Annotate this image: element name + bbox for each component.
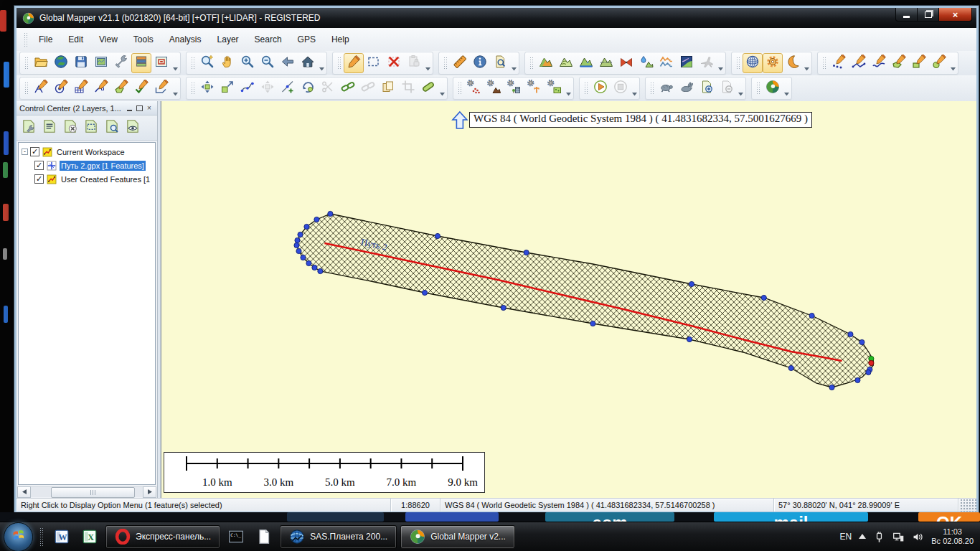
menu-tools[interactable]: Tools [126, 31, 161, 48]
layer-label[interactable]: User Created Features [1 [60, 174, 151, 184]
zoom-box-button[interactable] [197, 53, 217, 73]
menubar-grip[interactable] [24, 32, 27, 47]
faster-button[interactable] [677, 78, 697, 98]
menu-search[interactable]: Search [248, 31, 289, 48]
menu-gps[interactable]: GPS [291, 31, 323, 48]
toolbar-group-grip[interactable] [756, 82, 760, 95]
rotate-feature-button[interactable] [298, 78, 318, 98]
open-file-button[interactable] [31, 53, 51, 73]
move-feature-button[interactable] [197, 78, 217, 98]
menu-view[interactable]: View [92, 31, 125, 48]
create-freehand-button[interactable] [869, 53, 889, 73]
panel-horizontal-scrollbar[interactable] [17, 485, 157, 499]
toolbar-group-grip[interactable] [24, 57, 28, 70]
pan-button[interactable] [217, 53, 237, 73]
toolbar-group-grip[interactable] [337, 57, 341, 70]
layer-checkbox[interactable]: ✓ [34, 174, 44, 184]
paste-features-button[interactable] [404, 53, 424, 73]
background-speed-dial-tile[interactable] [287, 512, 384, 522]
control-center-button[interactable] [131, 53, 151, 73]
network-icon[interactable] [892, 531, 905, 543]
taskbar-grip[interactable] [39, 527, 43, 546]
toolbar-group-grip[interactable] [458, 82, 461, 95]
layer-tree-item[interactable]: ✓User Created Features [1 [20, 172, 155, 186]
create-point-button[interactable] [829, 53, 849, 73]
show-3d-view-button[interactable] [743, 53, 763, 73]
cc-visibility-button[interactable] [124, 119, 141, 136]
attr-pole-button[interactable] [524, 78, 545, 98]
copy-features-button[interactable] [378, 78, 398, 98]
contour-generation-button[interactable] [556, 53, 576, 73]
save-workspace-button[interactable] [71, 53, 91, 73]
overview-map-button[interactable] [151, 53, 171, 73]
toolbar-group-grip[interactable] [529, 57, 533, 70]
start-button[interactable] [4, 522, 33, 551]
attr-image-button[interactable] [545, 78, 565, 98]
attr-terrain-button[interactable] [484, 78, 504, 98]
full-view-button[interactable] [298, 53, 318, 73]
scroll-right-button[interactable] [143, 486, 156, 498]
taskbar-button-excel[interactable]: X [77, 526, 102, 548]
cc-close-layer-button[interactable] [62, 119, 79, 136]
toolbar-group-grip[interactable] [191, 57, 194, 70]
attr-buildings-button[interactable] [504, 78, 524, 98]
toolbar-overflow-button[interactable] [803, 54, 810, 73]
fly-through-button[interactable] [697, 53, 717, 73]
cc-options-button[interactable] [20, 119, 37, 136]
toolbar-overflow-button[interactable] [171, 54, 179, 73]
toolbar-group-grip[interactable] [822, 57, 826, 70]
layer-tree-item[interactable]: ✓Путь 2.gpx [1 Features] [20, 159, 155, 172]
power-icon[interactable] [873, 531, 885, 543]
create-point-angle-button[interactable] [31, 78, 51, 98]
flood-analysis-button[interactable] [576, 53, 596, 73]
delete-features-button[interactable] [384, 53, 404, 73]
create-curve-button[interactable] [91, 78, 111, 98]
layer-label[interactable]: Current Workspace [55, 147, 126, 157]
create-line-button[interactable] [849, 53, 869, 73]
control-center-titlebar[interactable]: Control Center (2 Layers, 1... × [17, 101, 157, 116]
processing-settings-button[interactable] [763, 53, 783, 73]
menu-layer[interactable]: Layer [210, 31, 246, 48]
edit-vertices-button[interactable] [237, 78, 258, 98]
view-shed-button[interactable] [616, 53, 636, 73]
toolbar-overflow-button[interactable] [631, 79, 638, 98]
toolbar-group-grip[interactable] [736, 57, 740, 70]
menu-file[interactable]: File [32, 31, 60, 48]
title-bar[interactable]: Global Mapper v21.1 (b021820) [64-bit] [… [17, 8, 976, 28]
taskbar-button-opera[interactable]: Экспресс-панель... [105, 525, 220, 549]
background-speed-dial-tile[interactable]: OK [918, 512, 980, 522]
cc-metadata-button[interactable] [41, 119, 58, 136]
toolbar-overflow-button[interactable] [318, 54, 325, 73]
toolbar-overflow-button[interactable] [949, 54, 956, 73]
search-features-button[interactable] [490, 53, 510, 73]
global-mapper-tool-button[interactable] [763, 78, 783, 98]
toolbar-group-grip[interactable] [24, 82, 28, 95]
map-views-button[interactable] [91, 53, 111, 73]
toolbar-overflow-button[interactable] [438, 79, 446, 98]
taskbar-button-document[interactable] [252, 526, 276, 548]
digitizer-tool-button[interactable] [344, 53, 364, 73]
create-grid-button[interactable] [71, 78, 91, 98]
toolbar-overflow-button[interactable] [171, 79, 179, 98]
create-area-shape-button[interactable] [111, 78, 131, 98]
open-online-data-button[interactable] [51, 53, 71, 73]
crop-features-button[interactable] [398, 78, 418, 98]
path-profile-button[interactable] [656, 53, 677, 73]
add-vertex-button[interactable] [278, 78, 298, 98]
watershed-button[interactable] [677, 53, 697, 73]
toolbar-overflow-button[interactable] [783, 79, 790, 98]
menu-analysis[interactable]: Analysis [162, 31, 209, 48]
layer-checkbox[interactable]: ✓ [34, 161, 44, 170]
create-coord-point-button[interactable] [51, 78, 71, 98]
panel-float-button[interactable] [134, 103, 144, 113]
toolbar-group-grip[interactable] [191, 82, 194, 95]
verify-feature-button[interactable] [131, 78, 151, 98]
menu-edit[interactable]: Edit [61, 31, 90, 48]
minimize-button[interactable] [895, 8, 918, 22]
menu-help[interactable]: Help [324, 31, 357, 48]
toolbar-overflow-button[interactable] [717, 54, 724, 73]
attr-calc-points-button[interactable] [464, 78, 484, 98]
shift-feature-button[interactable] [258, 78, 278, 98]
layer-tree-item[interactable]: -✓Current Workspace [20, 145, 155, 159]
zoom-in-button[interactable] [237, 53, 258, 73]
